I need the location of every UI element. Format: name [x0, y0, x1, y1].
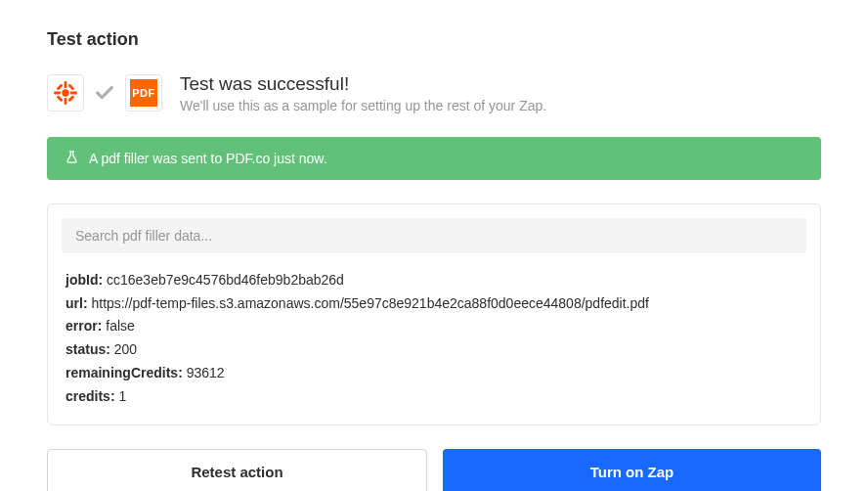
data-list: jobId: cc16e3eb7e9c4576bd46feb9b2bab26du… [62, 253, 806, 411]
data-row: error: false [65, 315, 803, 338]
svg-point-8 [62, 90, 68, 97]
data-value: false [102, 318, 134, 334]
svg-rect-0 [65, 81, 67, 88]
data-value: https://pdf-temp-files.s3.amazonaws.com/… [88, 295, 649, 311]
data-key: error: [65, 318, 102, 334]
pdf-icon: PDF [125, 74, 162, 112]
data-row: jobId: cc16e3eb7e9c4576bd46feb9b2bab26d [65, 269, 803, 292]
banner-message: A pdf filler was sent to PDF.co just now… [89, 151, 327, 166]
checkmark-icon [94, 82, 115, 104]
data-key: url: [65, 295, 88, 311]
results-card: jobId: cc16e3eb7e9c4576bd46feb9b2bab26du… [47, 203, 821, 425]
data-key: remainingCredits: [65, 365, 183, 380]
data-row: credits: 1 [65, 385, 803, 409]
svg-rect-1 [65, 98, 67, 105]
flask-icon [65, 150, 79, 167]
data-row: status: 200 [65, 338, 803, 362]
test-header: PDF Test was successful! We'll use this … [47, 73, 821, 113]
pdf-icon-label: PDF [130, 79, 157, 107]
svg-rect-3 [70, 92, 77, 95]
svg-rect-5 [67, 96, 74, 103]
svg-rect-7 [57, 96, 64, 103]
turn-on-zap-button[interactable]: Turn on Zap [443, 449, 821, 491]
page-title: Test action [47, 29, 821, 50]
button-row: Retest action Turn on Zap [47, 449, 821, 491]
data-key: credits: [65, 388, 115, 404]
svg-rect-6 [67, 84, 74, 91]
data-value: 93612 [183, 365, 225, 380]
zapier-icon [47, 74, 84, 112]
retest-button[interactable]: Retest action [47, 449, 427, 491]
data-key: status: [65, 341, 110, 357]
search-input[interactable] [62, 218, 806, 253]
data-row: url: https://pdf-temp-files.s3.amazonaws… [65, 292, 803, 316]
svg-rect-2 [54, 92, 61, 95]
success-title: Test was successful! [180, 73, 546, 96]
data-row: remainingCredits: 93612 [65, 362, 803, 385]
data-value: 1 [115, 388, 127, 404]
success-subtitle: We'll use this as a sample for setting u… [180, 98, 546, 113]
success-banner: A pdf filler was sent to PDF.co just now… [47, 137, 821, 180]
svg-rect-4 [57, 84, 64, 91]
data-value: cc16e3eb7e9c4576bd46feb9b2bab26d [103, 272, 344, 288]
data-value: 200 [110, 341, 137, 357]
data-key: jobId: [65, 272, 103, 288]
